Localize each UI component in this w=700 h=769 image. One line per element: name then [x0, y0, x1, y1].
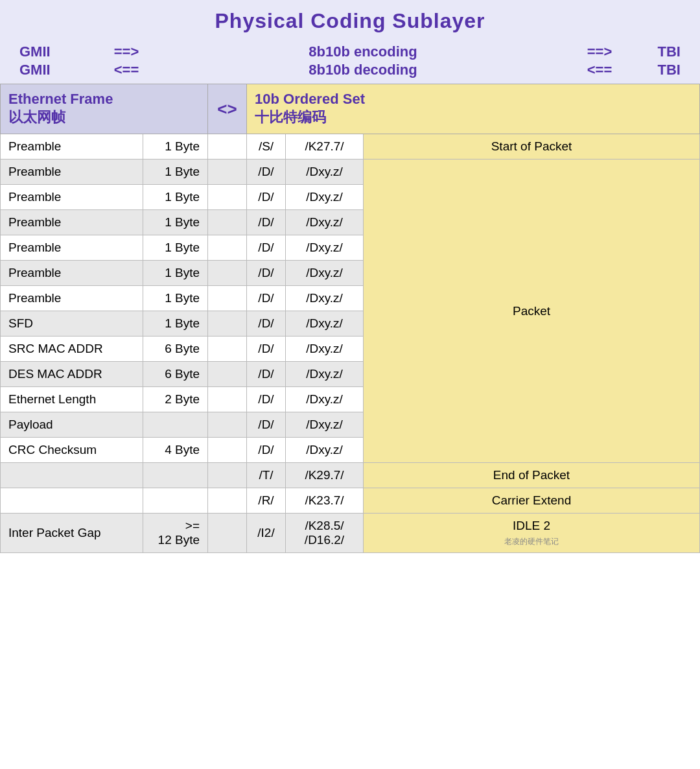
cell-code1: /S/ [247, 134, 286, 160]
cell-size: 6 Byte [143, 337, 208, 362]
ipg-size-line2: 12 Byte [158, 533, 200, 547]
cell-arrow [208, 261, 247, 286]
main-table: Ethernet Frame 以太网帧 <> 10b Ordered Set 十… [0, 84, 700, 553]
cell-size: 1 Byte [143, 134, 208, 160]
cell-arrow [208, 311, 247, 337]
header-eth-label: Ethernet Frame [8, 91, 113, 107]
cell-name: SRC MAC ADDR [1, 337, 143, 362]
cell-size: 1 Byte [143, 185, 208, 210]
cell-code1: /D/ [247, 286, 286, 311]
cell-name-end1 [1, 463, 143, 488]
cell-arrow [208, 438, 247, 463]
cell-name-ipg: Inter Packet Gap [1, 514, 143, 553]
cell-code2: /Dxy.z/ [286, 337, 364, 362]
cell-arrow-carrier [208, 488, 247, 514]
cell-arrow [208, 412, 247, 438]
enc-arrow-3: <== [97, 62, 156, 78]
page-title: Physical Coding Sublayer [0, 0, 700, 40]
header-set-cn: 十比特编码 [255, 109, 326, 125]
cell-code2: /K27.7/ [286, 134, 364, 160]
cell-name: Preamble [1, 286, 143, 311]
cell-name: Preamble [1, 134, 143, 160]
cell-arrow [208, 235, 247, 261]
cell-code2: /Dxy.z/ [286, 160, 364, 185]
cell-arrow [208, 387, 247, 412]
cell-name: DES MAC ADDR [1, 362, 143, 387]
cell-name: SFD [1, 311, 143, 337]
cell-name: Preamble [1, 235, 143, 261]
cell-size [143, 412, 208, 438]
cell-arrow-end1 [208, 463, 247, 488]
cell-arrow [208, 210, 247, 235]
enc-mid-1: 8b10b encoding [156, 43, 570, 60]
cell-size: 1 Byte [143, 311, 208, 337]
cell-label-idle: IDLE 2 老凌的硬件笔记 [364, 514, 700, 553]
cell-code1: /D/ [247, 185, 286, 210]
cell-name: Preamble [1, 261, 143, 286]
header-eth: Ethernet Frame 以太网帧 [1, 84, 208, 134]
cell-name: CRC Checksum [1, 438, 143, 463]
enc-mid-2: 8b10b decoding [156, 62, 570, 78]
cell-code1-ipg: /I2/ [247, 514, 286, 553]
cell-label-carrier: Carrier Extend [364, 488, 700, 514]
cell-size-end1 [143, 463, 208, 488]
cell-name: Preamble [1, 210, 143, 235]
table-row-end-packet: /T/ /K29.7/ End of Packet [1, 463, 700, 488]
cell-name: Preamble [1, 160, 143, 185]
ipg-code2-line2: /D16.2/ [305, 533, 344, 547]
enc-gmii-2: GMII [19, 62, 97, 78]
cell-size: 1 Byte [143, 286, 208, 311]
cell-code2-ipg: /K28.5/ /D16.2/ [286, 514, 364, 553]
packet-label: Packet [364, 160, 700, 463]
encoding-row-1: GMII ==> 8b10b encoding ==> TBI [19, 43, 681, 60]
cell-label-end: End of Packet [364, 463, 700, 488]
table-row: Preamble 1 Byte /S/ /K27.7/ Start of Pac… [1, 134, 700, 160]
cell-code1-carrier: /R/ [247, 488, 286, 514]
cell-label-start: Start of Packet [364, 134, 700, 160]
page-container: Physical Coding Sublayer GMII ==> 8b10b … [0, 0, 700, 553]
cell-code1: /D/ [247, 387, 286, 412]
cell-arrow [208, 160, 247, 185]
cell-size: 6 Byte [143, 362, 208, 387]
cell-size: 1 Byte [143, 261, 208, 286]
cell-name: Ethernet Length [1, 387, 143, 412]
cell-arrow [208, 185, 247, 210]
encoding-bar: GMII ==> 8b10b encoding ==> TBI GMII <==… [0, 40, 700, 84]
header-eth-cn: 以太网帧 [8, 109, 65, 125]
cell-code2: /Dxy.z/ [286, 387, 364, 412]
encoding-row-2: GMII <== 8b10b decoding <== TBI [19, 62, 681, 78]
cell-code1: /D/ [247, 160, 286, 185]
cell-code1: /D/ [247, 412, 286, 438]
ipg-size-line1: >= [185, 519, 200, 532]
cell-size: 1 Byte [143, 235, 208, 261]
enc-gmii-1: GMII [19, 43, 97, 60]
cell-name: Payload [1, 412, 143, 438]
cell-code1: /D/ [247, 337, 286, 362]
cell-code2: /Dxy.z/ [286, 286, 364, 311]
enc-arrow-1: ==> [97, 43, 156, 60]
table-header: Ethernet Frame 以太网帧 <> 10b Ordered Set 十… [1, 84, 700, 134]
cell-code1: /D/ [247, 438, 286, 463]
cell-size-carrier [143, 488, 208, 514]
cell-code2: /Dxy.z/ [286, 438, 364, 463]
cell-size-ipg: >= 12 Byte [143, 514, 208, 553]
cell-code1: /D/ [247, 210, 286, 235]
header-arrow: <> [208, 84, 247, 134]
cell-size: 2 Byte [143, 387, 208, 412]
cell-arrow [208, 362, 247, 387]
header-10b: 10b Ordered Set 十比特编码 [247, 84, 700, 134]
header-set-label: 10b Ordered Set [255, 91, 365, 107]
cell-name: Preamble [1, 185, 143, 210]
cell-code1: /D/ [247, 235, 286, 261]
enc-tbi-2: TBI [629, 62, 681, 78]
table-row-carrier: /R/ /K23.7/ Carrier Extend [1, 488, 700, 514]
cell-arrow [208, 134, 247, 160]
table-row-ipg: Inter Packet Gap >= 12 Byte /I2/ /K28.5/… [1, 514, 700, 553]
enc-arrow2-2: <== [570, 62, 629, 78]
ipg-code2-line1: /K28.5/ [305, 519, 344, 532]
cell-code2: /Dxy.z/ [286, 210, 364, 235]
cell-arrow-ipg [208, 514, 247, 553]
cell-code2: /Dxy.z/ [286, 261, 364, 286]
cell-code2: /Dxy.z/ [286, 311, 364, 337]
cell-code1: /D/ [247, 311, 286, 337]
